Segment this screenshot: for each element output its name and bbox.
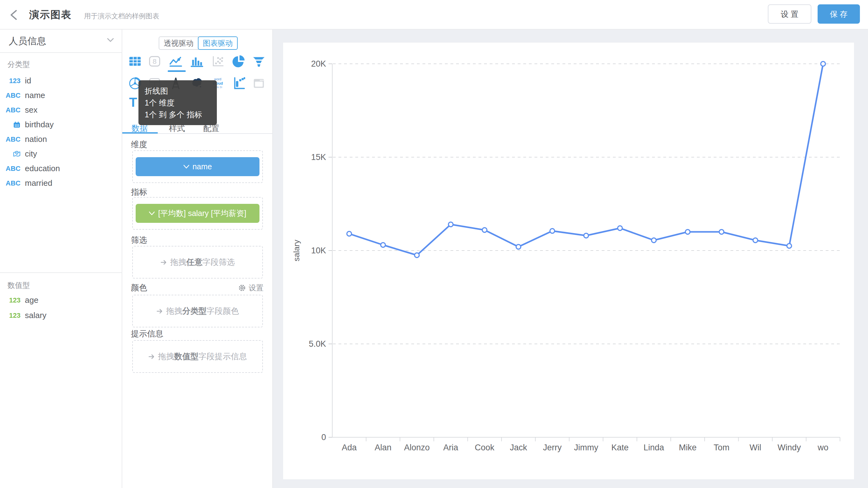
x-tick-label: Mike xyxy=(679,443,696,452)
dimension-chip-label: name xyxy=(193,162,212,171)
series-line xyxy=(349,64,823,255)
field-item-name[interactable]: ABCname xyxy=(0,88,122,103)
data-point-Wil xyxy=(753,238,758,243)
dimension-section-label: 维度 xyxy=(131,139,147,150)
field-label: id xyxy=(25,76,31,86)
chart-config-panel: 透视驱动 图表驱动 8 wordcloudagile Bi xyxy=(122,30,273,488)
x-tick-label: Kate xyxy=(611,443,629,452)
data-point-Alan xyxy=(381,243,385,247)
tooltip-line: 1个 到 多个 指标 xyxy=(145,109,211,120)
color-settings-button[interactable]: 设置 xyxy=(238,283,264,293)
field-sidebar: 人员信息 分类型123idABCnameABCsexbirthdayABCnat… xyxy=(0,30,122,488)
number-card-glyph: 8 xyxy=(153,57,157,65)
field-item-married[interactable]: ABCmarried xyxy=(0,176,122,190)
measure-chip-label: [平均数] salary [平均薪资] xyxy=(158,208,246,218)
color-drop-zone[interactable]: 拖拽分类型字段颜色 xyxy=(132,295,263,327)
data-point-Kate xyxy=(618,226,622,231)
divider xyxy=(0,272,122,273)
number-field-icon: 123 xyxy=(9,296,21,304)
text-field-icon: ABC xyxy=(6,135,21,144)
tooltip-line: 1个 维度 xyxy=(145,97,211,109)
mode-tab-chart[interactable]: 图表驱动 xyxy=(198,36,238,50)
chevron-down-icon xyxy=(107,38,114,44)
active-tab-underline xyxy=(122,132,158,133)
text-field-icon: ABC xyxy=(6,92,21,100)
mode-tab-pivot[interactable]: 透视驱动 xyxy=(159,36,198,50)
chart-type-tooltip: 折线图 1个 维度 1个 到 多个 指标 xyxy=(138,80,217,125)
x-tick-label: Alonzo xyxy=(404,443,430,452)
calendar-icon xyxy=(13,121,21,128)
chevron-down-icon xyxy=(183,165,189,169)
x-tick-label: Aria xyxy=(443,443,459,452)
gear-icon xyxy=(238,284,246,292)
x-tick-label: Jack xyxy=(510,443,527,452)
field-item-education[interactable]: ABCeducation xyxy=(0,161,122,176)
filter-hint: 拖拽任意字段筛选 xyxy=(160,257,235,268)
data-point-Alonzo xyxy=(415,253,420,258)
chart-type-card-icon[interactable] xyxy=(252,76,266,91)
back-icon[interactable] xyxy=(8,9,21,21)
field-label: name xyxy=(25,91,45,100)
tip-hint: 拖拽数值型字段提示信息 xyxy=(148,351,247,362)
x-tick-label: Alan xyxy=(375,443,392,452)
chart-type-text-icon[interactable]: T xyxy=(129,95,137,110)
x-tick-label: Linda xyxy=(644,443,664,452)
y-tick-label: 0 xyxy=(321,433,326,442)
y-axis-title: salary xyxy=(292,240,301,261)
field-item-salary[interactable]: 123salary xyxy=(0,308,122,323)
x-tick-label: Cook xyxy=(475,443,495,452)
filter-section-label: 筛选 xyxy=(131,235,147,246)
filter-drop-zone[interactable]: 拖拽任意字段筛选 xyxy=(132,246,263,279)
chart-type-number-card-icon[interactable]: 8 xyxy=(148,54,162,68)
field-item-age[interactable]: 123age xyxy=(0,293,122,307)
x-tick-label: Jimmy xyxy=(574,443,598,452)
section-label-0: 分类型 xyxy=(7,59,30,69)
dataset-selector[interactable]: 人员信息 xyxy=(0,30,122,53)
settings-button[interactable]: 设 置 xyxy=(768,4,811,24)
measure-drop-zone[interactable]: [平均数] salary [平均薪资] xyxy=(132,197,263,230)
app-header: 演示图表 用于演示文档的样例图表 设 置 保 存 xyxy=(0,0,868,30)
chart-type-table-icon[interactable] xyxy=(128,54,142,68)
field-item-id[interactable]: 123id xyxy=(0,73,122,88)
chart-type-line-icon[interactable] xyxy=(168,54,183,68)
data-point-Jerry xyxy=(550,229,555,234)
x-tick-label: Wil xyxy=(749,443,761,452)
y-tick-label: 15K xyxy=(311,152,326,162)
field-label: sex xyxy=(25,105,37,115)
save-button[interactable]: 保 存 xyxy=(817,4,860,24)
y-tick-label: 5.0K xyxy=(309,339,326,348)
dimension-chip-name[interactable]: name xyxy=(136,157,259,176)
chart-type-scatter-icon[interactable] xyxy=(211,54,225,68)
field-item-birthday[interactable]: birthday xyxy=(0,117,122,132)
tip-drop-zone[interactable]: 拖拽数值型字段提示信息 xyxy=(132,340,263,373)
data-point-wo xyxy=(821,62,826,66)
field-label: education xyxy=(25,164,60,173)
measure-chip-salary[interactable]: [平均数] salary [平均薪资] xyxy=(136,204,259,223)
page-title: 演示图表 xyxy=(29,8,71,22)
chart-type-funnel-icon[interactable] xyxy=(252,54,266,68)
dimension-drop-zone[interactable]: name xyxy=(132,150,263,183)
selected-chart-type-underline xyxy=(168,70,186,72)
data-point-Ada xyxy=(347,232,351,236)
y-tick-label: 10K xyxy=(311,246,326,255)
field-label: married xyxy=(25,178,52,188)
text-field-icon: ABC xyxy=(6,106,21,114)
field-item-city[interactable]: city xyxy=(0,147,122,161)
field-item-nation[interactable]: ABCnation xyxy=(0,132,122,147)
measure-section-label: 指标 xyxy=(131,187,147,197)
data-point-Linda xyxy=(651,238,656,243)
arrow-right-icon xyxy=(156,308,163,314)
chart-type-bar-icon[interactable] xyxy=(189,54,204,68)
x-tick-label: Ada xyxy=(342,443,357,452)
chart-type-gantt-icon[interactable] xyxy=(231,76,246,91)
number-field-icon: 123 xyxy=(9,77,21,85)
x-tick-label: Jerry xyxy=(543,443,562,452)
chart-type-pie-icon[interactable] xyxy=(231,54,246,68)
field-label: age xyxy=(25,295,38,305)
tip-section-label: 提示信息 xyxy=(131,328,163,339)
text-field-icon: ABC xyxy=(6,179,21,187)
divider xyxy=(0,52,122,53)
arrow-right-icon xyxy=(148,354,155,360)
field-item-sex[interactable]: ABCsex xyxy=(0,103,122,117)
data-point-Aria xyxy=(448,222,453,227)
